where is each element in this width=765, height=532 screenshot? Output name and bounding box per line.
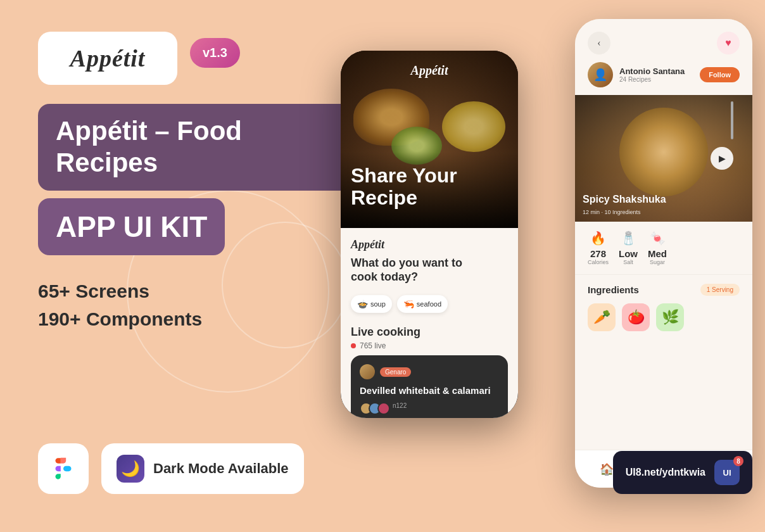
phone-right: ‹ ♥ 👤 Antonio Santana 24 Recipes Follow …	[575, 19, 752, 488]
share-recipe-overlay: Share YourRecipe	[341, 152, 518, 228]
user-name: Antonio Santana	[619, 66, 685, 76]
phone-middle-logo: Appétit	[411, 63, 448, 78]
ingredients-title: Ingredients	[588, 284, 639, 295]
recipe-main-image: ▶ Spicy Shakshuka 12 min · 10 Ingredient…	[575, 95, 752, 222]
sugar-value: Med	[648, 248, 667, 259]
chef-avatar-small	[360, 364, 375, 379]
dark-mode-card: 🌙 Dark Mode Available	[101, 443, 304, 494]
recipe-name-overlay: Spicy Shakshuka	[583, 194, 666, 205]
food-fork-icon	[731, 101, 733, 139]
figma-card	[38, 443, 89, 494]
calories-value: 278	[588, 248, 609, 259]
share-text: Share YourRecipe	[351, 165, 508, 209]
sugar-icon: 🍬	[648, 231, 667, 246]
play-icon: ▶	[719, 153, 726, 164]
greeting-text: What do you want tocook today?	[341, 256, 518, 289]
serving-badge: 1 Serving	[700, 284, 740, 296]
phone-top-bar: Appétit	[341, 228, 518, 256]
phone-right-header: ‹ ♥	[575, 19, 752, 62]
calories-label: Calories	[588, 259, 609, 265]
ui8-logo-text: UI	[723, 468, 731, 478]
sugar-label: Sugar	[648, 259, 667, 265]
nav-home-icon[interactable]: 🏠	[600, 462, 614, 476]
recipe-ingredients-count: 10 Ingredients	[605, 209, 641, 215]
live-dot	[351, 343, 356, 348]
ingredient-chip-2: 🍅	[622, 303, 650, 331]
ingredient-items: 🥕 🍅 🌿	[588, 303, 740, 331]
ingredient-chip-3: 🌿	[656, 303, 684, 331]
recipe-card-user: Genaro	[360, 364, 499, 379]
phone-middle-inner: Appétit Share YourRecipe Appétit What do…	[341, 51, 518, 418]
ui8-url: UI8.net/ydntkwia	[626, 467, 705, 478]
user-avatar: 👤	[588, 62, 613, 87]
user-profile-row: 👤 Antonio Santana 24 Recipes Follow	[575, 62, 752, 95]
category-pill-seafood[interactable]: 🦐 seafood	[397, 295, 448, 313]
nutrition-calories: 🔥 278 Calories	[588, 231, 609, 265]
back-icon: ‹	[597, 37, 600, 49]
soup-icon: 🍲	[357, 299, 368, 309]
viewer-count: n122	[393, 402, 407, 415]
recipe-time-overlay: 12 min · 10 Ingredients	[583, 209, 641, 215]
version-badge: v1.3	[190, 38, 240, 68]
logo-card: Appétit	[38, 32, 177, 85]
recipe-card[interactable]: Genaro Devilled whitebait & calamari n12…	[351, 355, 508, 418]
ui8-logo: UI 8	[714, 460, 740, 485]
favorite-button[interactable]: ♥	[717, 32, 740, 54]
recipe-time: 12 min	[583, 209, 600, 215]
ui8-badge[interactable]: UI8.net/ydntkwia UI 8	[613, 451, 752, 494]
phone-food-bg: Appétit Share YourRecipe	[341, 51, 518, 228]
moon-icon: 🌙	[117, 455, 144, 483]
user-profile-info: Antonio Santana 24 Recipes	[619, 66, 685, 83]
live-cooking-section: Live cooking 765 live	[341, 319, 518, 355]
back-button[interactable]: ‹	[588, 32, 610, 54]
follow-button[interactable]: Follow	[700, 67, 740, 82]
ingredients-header: Ingredients 1 Serving	[588, 284, 740, 296]
salt-value: Low	[619, 248, 638, 259]
ui8-badge-count: 8	[733, 456, 743, 466]
calories-icon: 🔥	[588, 231, 609, 246]
dark-mode-label: Dark Mode Available	[153, 460, 289, 477]
user-recipes-count: 24 Recipes	[619, 76, 685, 83]
recipe-card-avatars: n122	[360, 402, 499, 415]
bottom-tools-row: 🌙 Dark Mode Available	[38, 443, 304, 494]
ingredients-section: Ingredients 1 Serving 🥕 🍅 🌿	[575, 275, 752, 340]
recipe-card-title: Devilled whitebait & calamari	[360, 384, 499, 397]
app-logo: Appétit	[70, 45, 146, 72]
phone-middle: Appétit Share YourRecipe Appétit What do…	[341, 51, 518, 418]
live-indicator: 765 live	[351, 341, 508, 350]
food-visual-main	[619, 108, 708, 196]
category-pills: 🍲 soup 🦐 seafood	[341, 289, 518, 319]
nutrition-salt: 🧂 Low Salt	[619, 231, 638, 265]
nutrition-row: 🔥 278 Calories 🧂 Low Salt 🍬 Med Sugar	[575, 222, 752, 275]
ingredient-chip-1: 🥕	[588, 303, 616, 331]
salt-label: Salt	[619, 259, 638, 265]
nutrition-sugar: 🍬 Med Sugar	[648, 231, 667, 265]
seafood-label: seafood	[417, 300, 441, 308]
appetit-logo-small: Appétit	[351, 238, 384, 251]
seafood-icon: 🦐	[403, 299, 414, 309]
salt-icon: 🧂	[619, 231, 638, 246]
play-button[interactable]: ▶	[711, 147, 733, 170]
heart-icon: ♥	[725, 37, 731, 49]
chef-name-tag: Genaro	[380, 367, 411, 377]
live-cooking-title: Live cooking	[351, 326, 508, 339]
hero-title-2: APP UI KIT	[38, 198, 225, 255]
figma-icon	[53, 455, 73, 483]
food-item-3	[442, 101, 505, 152]
viewer-avatar-3	[377, 402, 390, 415]
category-pill-soup[interactable]: 🍲 soup	[351, 295, 392, 313]
live-count: 765 live	[360, 341, 386, 350]
soup-label: soup	[370, 300, 386, 308]
recipe-card-wrapper: Genaro Devilled whitebait & calamari n12…	[341, 355, 518, 418]
